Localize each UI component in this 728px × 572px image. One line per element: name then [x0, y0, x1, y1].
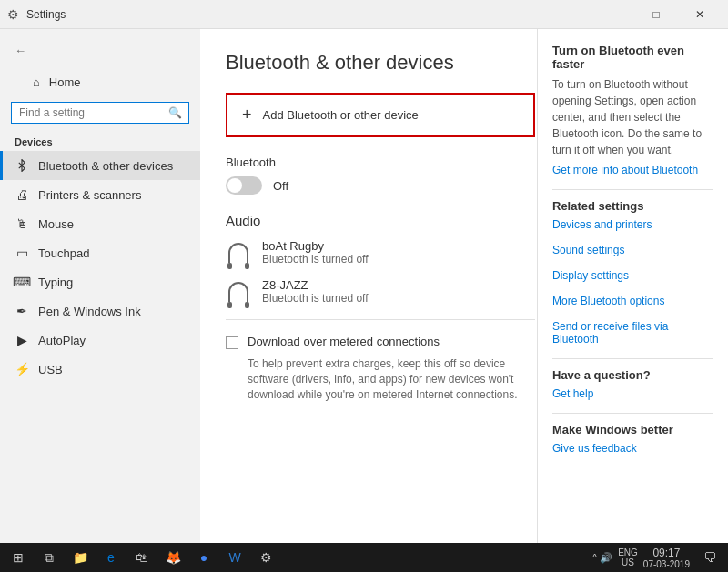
sidebar-item-bluetooth[interactable]: Bluetooth & other devices: [0, 151, 200, 180]
add-plus-icon: +: [242, 105, 252, 125]
settings-icon: ⚙: [7, 7, 19, 22]
sidebar-item-usb[interactable]: ⚡ USB: [0, 355, 200, 384]
pen-icon: ✒: [15, 304, 29, 318]
link-sound-settings[interactable]: Sound settings: [552, 244, 713, 256]
sidebar-item-touchpad[interactable]: ▭ Touchpad: [0, 238, 200, 267]
sidebar-item-bluetooth-label: Bluetooth & other devices: [38, 159, 173, 173]
add-device-button[interactable]: + Add Bluetooth or other device: [226, 93, 535, 137]
file-explorer-icon[interactable]: 📁: [66, 543, 95, 572]
sidebar-item-touchpad-label: Touchpad: [38, 246, 89, 260]
sidebar-item-typing-label: Typing: [38, 276, 73, 289]
sidebar-item-pen-label: Pen & Windows Ink: [38, 305, 141, 318]
device-info-0: boAt Rugby Bluetooth is turned off: [262, 239, 369, 266]
usb-icon: ⚡: [15, 362, 29, 376]
close-button[interactable]: ✕: [679, 0, 721, 29]
autoplay-icon: ▶: [15, 333, 29, 347]
task-view-button[interactable]: ⧉: [35, 543, 64, 572]
taskbar-clock[interactable]: 09:17 07-03-2019: [643, 547, 690, 569]
faster-desc: To turn on Bluetooth without opening Set…: [552, 76, 713, 158]
touchpad-icon: ▭: [15, 246, 29, 260]
chrome-icon[interactable]: ●: [189, 543, 218, 572]
home-label: Home: [49, 75, 81, 89]
taskbar-left: ⊞ ⧉ 📁 e 🛍 🦊 ● W ⚙: [4, 543, 280, 572]
start-button[interactable]: ⊞: [4, 543, 33, 572]
feedback-link[interactable]: Give us feedback: [552, 442, 713, 455]
maximize-button[interactable]: □: [635, 0, 677, 29]
taskbar: ⊞ ⧉ 📁 e 🛍 🦊 ● W ⚙ ^ 🔊 ENGUS 09:17 07-03-…: [0, 543, 728, 572]
taskbar-time-value: 09:17: [643, 547, 690, 559]
locale-label: ENGUS: [618, 547, 638, 567]
edge-icon[interactable]: e: [96, 543, 126, 572]
sidebar-item-printers-label: Printers & scanners: [38, 188, 141, 202]
search-box-wrap: 🔍: [0, 96, 200, 129]
sidebar-item-usb-label: USB: [38, 363, 63, 376]
download-checkbox[interactable]: [226, 336, 238, 349]
printer-icon: 🖨: [15, 187, 29, 202]
headphone-icon-0: [226, 240, 251, 266]
back-button[interactable]: ←: [0, 36, 200, 65]
related-title: Related settings: [552, 199, 713, 213]
device-item-0: boAt Rugby Bluetooth is turned off: [226, 239, 511, 266]
word-icon[interactable]: W: [220, 543, 249, 572]
system-tray-icons: ^ 🔊: [592, 552, 612, 564]
link-devices-printers[interactable]: Devices and printers: [552, 218, 713, 231]
sidebar: ← ⌂ Home 🔍 Devices Bluetooth & other dev…: [0, 29, 200, 543]
right-divider-2: [552, 358, 713, 359]
content-divider: [226, 319, 535, 320]
bluetooth-toggle[interactable]: [226, 176, 262, 195]
bluetooth-icon: [15, 158, 29, 173]
firefox-icon[interactable]: 🦊: [158, 543, 187, 572]
device-status-1: Bluetooth is turned off: [262, 292, 369, 305]
notification-icon[interactable]: 🗨: [695, 543, 724, 572]
bluetooth-toggle-row: Off: [226, 176, 511, 195]
back-icon: ←: [15, 44, 26, 57]
sidebar-item-mouse[interactable]: 🖱 Mouse: [0, 209, 200, 238]
minimize-button[interactable]: ─: [592, 0, 633, 29]
get-help-link[interactable]: Get help: [552, 387, 713, 400]
sidebar-item-printers[interactable]: 🖨 Printers & scanners: [0, 180, 200, 209]
bluetooth-toggle-label: Off: [273, 179, 288, 193]
page-title: Bluetooth & other devices: [226, 51, 511, 75]
bluetooth-section-label: Bluetooth: [226, 156, 511, 169]
faster-title: Turn on Bluetooth even faster: [552, 44, 713, 71]
keyboard-icon: ⌨: [15, 275, 29, 289]
store-icon[interactable]: 🛍: [127, 543, 157, 572]
sidebar-devices-label: Devices: [0, 129, 200, 151]
taskbar-date-value: 07-03-2019: [643, 559, 690, 569]
device-name-1: Z8-JAZZ: [262, 278, 369, 292]
link-send-receive[interactable]: Send or receive files via Bluetooth: [552, 320, 713, 346]
sidebar-item-typing[interactable]: ⌨ Typing: [0, 267, 200, 296]
sidebar-item-home[interactable]: ⌂ Home: [0, 68, 200, 96]
right-divider-1: [552, 189, 713, 190]
download-label: Download over metered connections: [248, 335, 440, 348]
title-bar-title: Settings: [26, 8, 66, 21]
right-divider-3: [552, 413, 713, 414]
sidebar-item-autoplay[interactable]: ▶ AutoPlay: [0, 326, 200, 355]
taskbar-right: ^ 🔊 ENGUS 09:17 07-03-2019 🗨: [592, 543, 724, 572]
faster-link[interactable]: Get more info about Bluetooth: [552, 164, 713, 176]
mouse-icon: 🖱: [15, 216, 29, 231]
title-bar: ⚙ Settings ─ □ ✕: [0, 0, 728, 29]
download-desc: To help prevent extra charges, keep this…: [248, 356, 521, 402]
search-icon: 🔍: [168, 106, 182, 119]
audio-section-label: Audio: [226, 213, 511, 228]
device-item-1: Z8-JAZZ Bluetooth is turned off: [226, 278, 511, 305]
home-icon: ⌂: [33, 75, 40, 89]
sidebar-item-autoplay-label: AutoPlay: [38, 334, 86, 347]
toggle-knob: [228, 178, 242, 193]
question-title: Have a question?: [552, 368, 713, 382]
right-panel: Turn on Bluetooth even faster To turn on…: [537, 29, 728, 543]
device-status-0: Bluetooth is turned off: [262, 253, 369, 266]
title-bar-left: ⚙ Settings: [7, 7, 66, 22]
content-area: Bluetooth & other devices + Add Bluetoot…: [200, 29, 537, 543]
settings-taskbar-icon[interactable]: ⚙: [251, 543, 280, 572]
sidebar-item-pen[interactable]: ✒ Pen & Windows Ink: [0, 296, 200, 326]
device-info-1: Z8-JAZZ Bluetooth is turned off: [262, 278, 369, 305]
feedback-title: Make Windows better: [552, 423, 713, 437]
link-display-settings[interactable]: Display settings: [552, 269, 713, 282]
title-bar-controls: ─ □ ✕: [592, 0, 721, 29]
add-device-label: Add Bluetooth or other device: [263, 108, 419, 122]
download-row: Download over metered connections: [226, 335, 511, 349]
search-input[interactable]: [11, 102, 189, 124]
link-more-bluetooth[interactable]: More Bluetooth options: [552, 295, 713, 307]
